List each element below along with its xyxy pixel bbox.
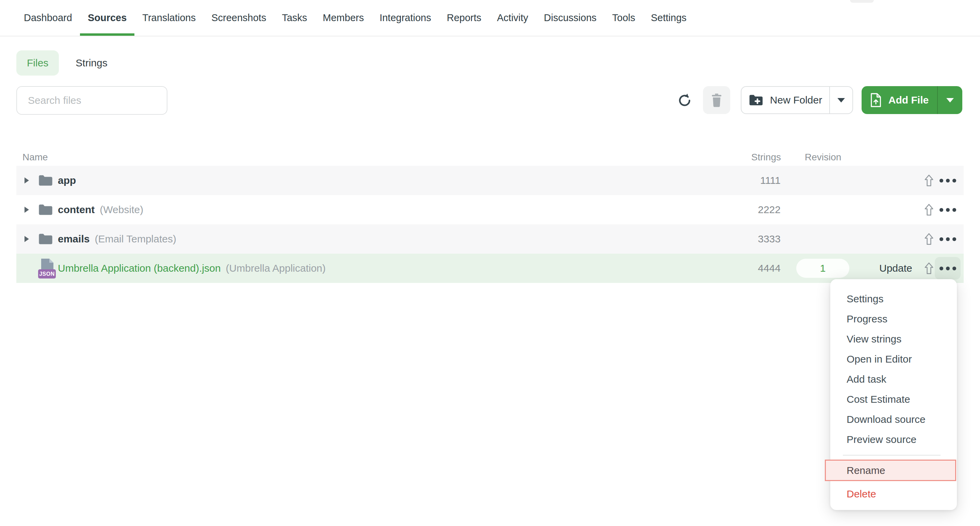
menu-divider bbox=[843, 455, 940, 456]
revision-badge[interactable]: 1 bbox=[796, 259, 850, 278]
chevron-right-icon bbox=[24, 177, 29, 183]
file-note: (Umbrella Application) bbox=[226, 263, 326, 274]
nav-item-tools[interactable]: Tools bbox=[605, 0, 643, 36]
upload-arrow-icon bbox=[924, 262, 934, 275]
menu-item-delete[interactable]: Delete bbox=[830, 484, 957, 504]
table-row-folder-app[interactable]: app 1111 bbox=[16, 166, 964, 195]
update-link[interactable]: Update bbox=[879, 263, 912, 274]
tab-strings[interactable]: Strings bbox=[76, 57, 107, 69]
folder-note: (Website) bbox=[100, 204, 143, 215]
upload-button[interactable] bbox=[921, 261, 937, 276]
upload-button[interactable] bbox=[921, 202, 937, 217]
file-context-menu: Settings Progress View strings Open in E… bbox=[830, 279, 957, 510]
folder-icon bbox=[38, 204, 53, 216]
nav-item-screenshots[interactable]: Screenshots bbox=[204, 0, 274, 36]
table-row-folder-emails[interactable]: emails (Email Templates) 3333 bbox=[16, 224, 964, 253]
menu-item-view-strings[interactable]: View strings bbox=[830, 329, 957, 349]
nav-item-activity[interactable]: Activity bbox=[489, 0, 536, 36]
folder-icon bbox=[38, 233, 53, 245]
top-navigation: Dashboard Sources Translations Screensho… bbox=[0, 0, 980, 37]
folder-plus-icon bbox=[749, 94, 764, 106]
add-file-label: Add File bbox=[888, 94, 929, 106]
nav-item-integrations[interactable]: Integrations bbox=[372, 0, 439, 36]
expand-toggle[interactable] bbox=[24, 206, 30, 213]
ellipsis-icon bbox=[940, 266, 943, 270]
new-folder-split-button: New Folder bbox=[741, 86, 853, 114]
folder-name[interactable]: app bbox=[58, 175, 76, 186]
add-file-dropdown-toggle[interactable] bbox=[938, 86, 962, 114]
add-file-split-button: Add File bbox=[862, 86, 962, 114]
expand-toggle[interactable] bbox=[24, 236, 30, 242]
menu-item-open-in-editor[interactable]: Open in Editor bbox=[830, 349, 957, 369]
row-menu-button[interactable] bbox=[935, 169, 961, 192]
strings-count: 3333 bbox=[758, 233, 781, 245]
upload-arrow-icon bbox=[924, 174, 934, 187]
menu-item-download-source[interactable]: Download source bbox=[830, 409, 957, 429]
chevron-down-icon bbox=[946, 98, 954, 102]
ellipsis-icon bbox=[940, 179, 943, 182]
upload-button[interactable] bbox=[921, 231, 937, 247]
nav-item-settings[interactable]: Settings bbox=[643, 0, 695, 36]
file-name-link[interactable]: Umbrella Application (backend).json bbox=[58, 263, 221, 274]
strings-count: 2222 bbox=[758, 204, 781, 215]
refresh-icon bbox=[677, 92, 692, 108]
menu-item-progress[interactable]: Progress bbox=[830, 309, 957, 329]
json-badge: JSON bbox=[38, 269, 56, 279]
folder-name[interactable]: content bbox=[58, 204, 95, 215]
table-row-folder-content[interactable]: content (Website) 2222 bbox=[16, 195, 964, 224]
chevron-right-icon bbox=[24, 207, 29, 213]
delete-selected-button[interactable] bbox=[703, 86, 730, 114]
json-file-icon: JSON bbox=[38, 258, 56, 279]
ellipsis-icon bbox=[940, 208, 943, 212]
menu-item-rename-highlighted[interactable]: Rename bbox=[825, 460, 956, 481]
upload-arrow-icon bbox=[924, 233, 934, 245]
column-header-name: Name bbox=[22, 152, 48, 163]
expand-toggle[interactable] bbox=[24, 177, 30, 184]
nav-item-discussions[interactable]: Discussions bbox=[536, 0, 605, 36]
nav-item-tasks[interactable]: Tasks bbox=[274, 0, 315, 36]
strings-count: 4444 bbox=[758, 263, 781, 274]
folder-note: (Email Templates) bbox=[95, 233, 176, 245]
file-upload-icon bbox=[870, 93, 882, 107]
nav-item-sources[interactable]: Sources bbox=[80, 0, 134, 36]
tab-files[interactable]: Files bbox=[16, 50, 59, 76]
ellipsis-icon bbox=[940, 237, 943, 241]
strings-count: 1111 bbox=[760, 175, 781, 186]
menu-item-preview-source[interactable]: Preview source bbox=[830, 429, 957, 449]
nav-item-translations[interactable]: Translations bbox=[134, 0, 204, 36]
row-menu-button[interactable] bbox=[935, 198, 961, 221]
table-row-file-umbrella-application[interactable]: JSON Umbrella Application (backend).json… bbox=[16, 253, 964, 283]
nav-item-reports[interactable]: Reports bbox=[439, 0, 489, 36]
chevron-down-icon bbox=[837, 98, 845, 102]
chevron-right-icon bbox=[24, 236, 29, 242]
refresh-button[interactable] bbox=[675, 90, 695, 111]
upload-button[interactable] bbox=[921, 173, 937, 188]
column-header-revision: Revision bbox=[805, 152, 841, 163]
cutoff-element-artifact bbox=[850, 0, 874, 3]
files-table-header: Name Strings Revision bbox=[16, 149, 964, 166]
nav-item-dashboard[interactable]: Dashboard bbox=[16, 0, 80, 36]
menu-item-add-task[interactable]: Add task bbox=[830, 369, 957, 389]
add-file-button[interactable]: Add File bbox=[862, 86, 937, 114]
folder-name[interactable]: emails bbox=[58, 233, 89, 245]
menu-item-settings[interactable]: Settings bbox=[830, 289, 957, 309]
nav-item-members[interactable]: Members bbox=[315, 0, 372, 36]
upload-arrow-icon bbox=[924, 203, 934, 216]
menu-item-cost-estimate[interactable]: Cost Estimate bbox=[830, 389, 957, 409]
folder-icon bbox=[38, 174, 53, 187]
column-header-strings: Strings bbox=[751, 152, 781, 163]
view-tabs: Files Strings bbox=[16, 50, 108, 76]
files-table: app 1111 content (Website) 2222 emails (… bbox=[16, 166, 964, 283]
new-folder-label: New Folder bbox=[770, 94, 822, 106]
search-input[interactable] bbox=[16, 86, 167, 115]
row-menu-button-active[interactable] bbox=[935, 257, 961, 279]
new-folder-button[interactable]: New Folder bbox=[741, 87, 829, 113]
trash-icon bbox=[710, 92, 724, 108]
row-menu-button[interactable] bbox=[935, 228, 961, 250]
new-folder-dropdown-toggle[interactable] bbox=[830, 87, 853, 113]
